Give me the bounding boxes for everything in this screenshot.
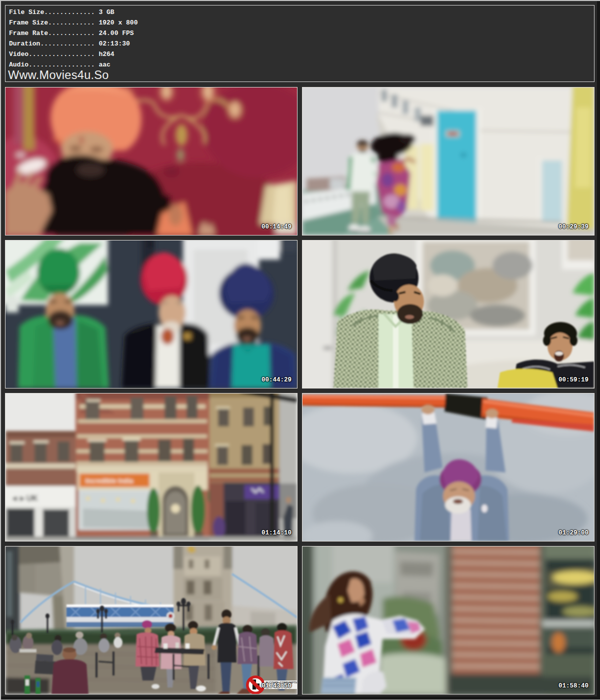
svg-text:◄►UK: ◄►UK bbox=[10, 494, 38, 502]
svg-text:Incredible India: Incredible India bbox=[86, 477, 134, 484]
